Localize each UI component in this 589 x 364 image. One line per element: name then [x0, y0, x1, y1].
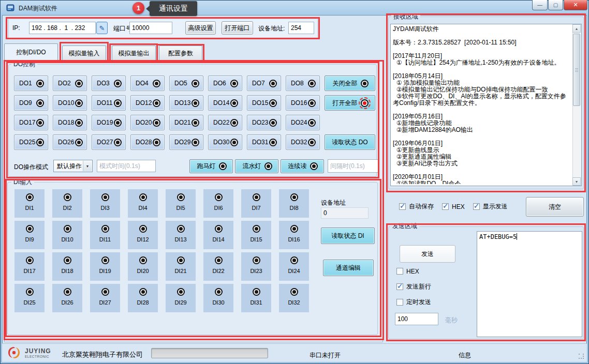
send-interval-input[interactable]: [395, 313, 438, 325]
di-channel-tile[interactable]: DI30: [203, 284, 233, 312]
di-channel-tile[interactable]: DI9: [14, 221, 45, 249]
do-channel-button[interactable]: DO23: [247, 115, 281, 130]
device-address-input[interactable]: [288, 22, 314, 34]
close-button[interactable]: ✕: [564, 0, 587, 10]
do-channel-button[interactable]: DO27: [92, 134, 126, 150]
do-channel-button[interactable]: DO30: [208, 134, 242, 150]
do-channel-button[interactable]: DO22: [208, 115, 242, 130]
do-channel-button[interactable]: DO2: [53, 75, 87, 91]
di-channel-tile[interactable]: DI18: [52, 252, 82, 281]
do-mode-select[interactable]: 默认操作 ▼: [53, 160, 93, 172]
do-channel-button[interactable]: DO12: [130, 95, 165, 111]
checkbox-icon[interactable]: [399, 203, 406, 210]
di-channel-tile[interactable]: DI27: [90, 284, 120, 312]
minimize-button[interactable]: —: [532, 0, 548, 10]
di-channel-tile[interactable]: DI13: [166, 221, 196, 249]
di-channel-tile[interactable]: DI31: [241, 284, 271, 312]
di-device-address-input[interactable]: [321, 207, 369, 219]
read-di-status-button[interactable]: 读取状态 DI: [321, 228, 375, 244]
di-channel-tile[interactable]: DI12: [128, 221, 158, 249]
marquee-button[interactable]: 跑马灯: [189, 159, 233, 173]
port-input[interactable]: [129, 22, 172, 34]
di-channel-tile[interactable]: DI2: [52, 189, 82, 218]
di-channel-tile[interactable]: DI7: [241, 189, 271, 218]
di-channel-tile[interactable]: DI3: [90, 189, 120, 218]
tab-control-dido[interactable]: 控制DI/DO: [4, 43, 58, 61]
receive-option[interactable]: HEX: [442, 202, 465, 211]
do-channel-button[interactable]: DO19: [92, 115, 126, 130]
scroll-down-icon[interactable]: ▼: [572, 177, 581, 186]
do-channel-button[interactable]: DO1: [14, 75, 48, 91]
di-channel-tile[interactable]: DI21: [166, 252, 196, 281]
do-channel-button[interactable]: DO4: [130, 75, 165, 91]
do-channel-button[interactable]: DO21: [169, 115, 203, 130]
di-channel-tile[interactable]: DI16: [279, 221, 309, 249]
di-channel-tile[interactable]: DI20: [128, 252, 158, 281]
do-channel-button[interactable]: DO18: [53, 115, 87, 130]
do-channel-button[interactable]: DO3: [92, 75, 126, 91]
read-do-status-button[interactable]: 读取状态 DO: [325, 134, 375, 150]
do-channel-button[interactable]: DO16: [286, 95, 320, 111]
flow-light-button[interactable]: 流水灯: [235, 159, 278, 173]
di-channel-tile[interactable]: DI32: [279, 284, 309, 312]
maximize-button[interactable]: ▢: [548, 0, 563, 10]
tab-config-params[interactable]: 配置参数: [159, 46, 202, 60]
tab-analog-output[interactable]: 模拟量输出: [112, 46, 156, 60]
di-channel-tile[interactable]: DI26: [52, 284, 82, 312]
send-option[interactable]: HEX: [396, 266, 431, 277]
di-channel-tile[interactable]: DI25: [14, 284, 45, 312]
ip-input[interactable]: [29, 22, 96, 34]
checkbox-icon[interactable]: [442, 203, 449, 210]
di-channel-tile[interactable]: DI6: [203, 189, 233, 218]
do-channel-button[interactable]: DO32: [286, 134, 320, 150]
do-channel-button[interactable]: DO31: [247, 134, 281, 150]
receive-option[interactable]: 显示发送: [473, 202, 508, 211]
do-channel-button[interactable]: DO26: [53, 134, 87, 150]
do-channel-button[interactable]: DO8: [286, 75, 320, 91]
di-channel-tile[interactable]: DI10: [52, 221, 82, 249]
do-channel-button[interactable]: DO28: [130, 134, 165, 150]
edit-ip-button[interactable]: ✎: [96, 22, 108, 34]
do-channel-button[interactable]: DO14: [208, 95, 242, 111]
do-channel-button[interactable]: DO11: [92, 95, 126, 111]
do-channel-button[interactable]: DO13: [169, 95, 203, 111]
di-channel-tile[interactable]: DI4: [128, 189, 158, 218]
send-input[interactable]: AT+DEBUG=5: [477, 231, 582, 337]
di-channel-tile[interactable]: DI5: [166, 189, 196, 218]
checkbox-icon[interactable]: [396, 283, 403, 290]
checkbox-icon[interactable]: [396, 299, 403, 306]
di-channel-tile[interactable]: DI28: [128, 284, 158, 312]
di-channel-tile[interactable]: DI15: [241, 221, 271, 249]
close-all-button[interactable]: 关闭全部: [325, 75, 375, 91]
mode-time-input[interactable]: [97, 160, 156, 172]
advanced-settings-button[interactable]: 高级设置: [185, 21, 216, 35]
send-option[interactable]: 发送新行: [396, 281, 431, 292]
di-channel-tile[interactable]: DI23: [241, 252, 271, 281]
open-port-button[interactable]: 打开端口: [222, 21, 253, 35]
do-channel-button[interactable]: DO24: [286, 115, 320, 130]
di-channel-tile[interactable]: DI11: [90, 221, 120, 249]
scroll-up-icon[interactable]: ▲: [572, 24, 581, 33]
receive-option[interactable]: 自动保存: [399, 202, 434, 211]
continuous-read-button[interactable]: 连续读: [281, 159, 324, 173]
checkbox-icon[interactable]: [396, 268, 403, 275]
do-channel-button[interactable]: DO15: [247, 95, 281, 111]
do-channel-button[interactable]: DO29: [169, 134, 203, 150]
do-channel-button[interactable]: DO25: [14, 134, 48, 150]
clear-button[interactable]: 清空: [526, 197, 584, 217]
do-channel-button[interactable]: DO20: [130, 115, 165, 130]
di-channel-tile[interactable]: DI1: [14, 189, 45, 218]
tab-analog-input[interactable]: 模拟量输入: [62, 46, 106, 60]
di-channel-tile[interactable]: DI22: [203, 252, 233, 281]
open-all-button[interactable]: 打开全部: [325, 95, 375, 111]
send-option[interactable]: 定时发送: [396, 297, 431, 308]
do-channel-button[interactable]: DO5: [169, 75, 203, 91]
resize-grip[interactable]: [579, 354, 585, 360]
do-channel-button[interactable]: DO17: [14, 115, 48, 130]
send-button[interactable]: 发送: [400, 245, 455, 263]
channel-edit-button[interactable]: 通道编辑: [323, 260, 374, 276]
interval-time-input[interactable]: [328, 159, 379, 173]
scrollbar-thumb[interactable]: [573, 34, 580, 106]
do-channel-button[interactable]: DO9: [14, 95, 48, 111]
di-channel-tile[interactable]: DI29: [166, 284, 196, 312]
